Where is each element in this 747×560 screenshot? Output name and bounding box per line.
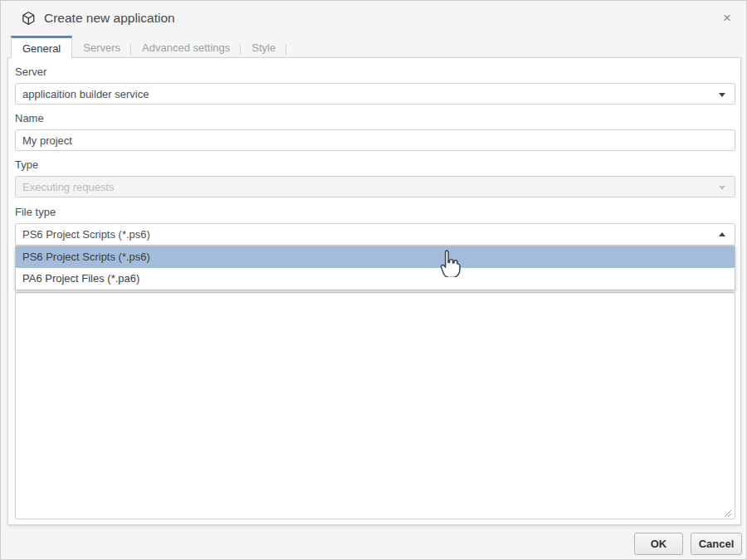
chevron-up-icon [719, 232, 725, 236]
server-combobox-value: applicaition builder service [22, 88, 149, 100]
name-label: Name [15, 112, 44, 124]
chevron-down-icon [719, 93, 725, 97]
general-tab-panel: Server applicaition builder service Name… [7, 57, 741, 525]
dropdown-option-ps6[interactable]: PS6 Project Scripts (*.ps6) [16, 246, 735, 268]
file-type-combobox-value: PS6 Project Scripts (*.ps6) [22, 228, 150, 241]
tab-general[interactable]: General [11, 36, 72, 58]
type-label: Type [15, 158, 38, 171]
file-type-combobox[interactable]: PS6 Project Scripts (*.ps6) [15, 223, 735, 246]
chevron-down-icon [719, 186, 725, 190]
tab-advanced-settings[interactable]: Advanced settings [131, 36, 241, 57]
file-type-dropdown-list: PS6 Project Scripts (*.ps6) PA6 Project … [15, 246, 735, 290]
details-textarea[interactable] [15, 292, 735, 519]
server-label: Server [15, 66, 46, 78]
resize-grip-icon[interactable] [724, 508, 732, 516]
type-combobox-value: Executing requests [22, 181, 115, 193]
dialog-title: Create new application [44, 11, 175, 26]
tab-bar: General Servers Advanced settings Style [11, 36, 286, 57]
cancel-button[interactable]: Cancel [691, 533, 742, 555]
tab-servers[interactable]: Servers [72, 36, 131, 57]
close-icon[interactable]: × [718, 9, 736, 27]
create-application-dialog: Create new application × General Servers… [0, 0, 747, 560]
type-combobox: Executing requests [15, 176, 735, 197]
tab-style[interactable]: Style [241, 36, 286, 57]
dropdown-option-pa6[interactable]: PA6 Project Files (*.pa6) [16, 268, 735, 290]
dialog-titlebar: Create new application × [1, 1, 746, 36]
server-combobox[interactable]: applicaition builder service [15, 83, 735, 105]
file-type-label: File type [15, 206, 56, 218]
cube-icon [21, 11, 36, 26]
ok-button[interactable]: OK [634, 533, 683, 555]
name-input[interactable] [15, 129, 735, 151]
